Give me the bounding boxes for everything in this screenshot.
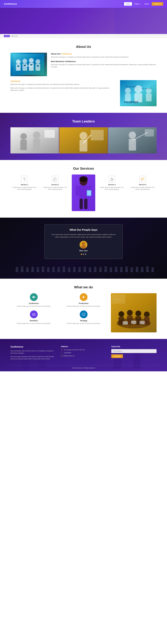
testimonial-dots (50, 254, 117, 255)
nav-gallery[interactable]: Gallery (143, 2, 151, 6)
svg-point-107 (120, 267, 123, 270)
svg-point-27 (33, 132, 40, 139)
wwd-strategy-desc: Elit amet mattis quam, sit amet excepteu… (67, 322, 101, 324)
about-volunteers-image: VOLUNTEER VOLUNTEER VOLUNTEER (120, 80, 157, 106)
svg-point-119 (151, 267, 154, 270)
svg-rect-114 (136, 269, 138, 272)
svg-point-85 (63, 266, 65, 269)
svg-rect-100 (99, 270, 102, 272)
services-section: Our Services Service 1 Congue donec leo … (0, 160, 167, 218)
svg-point-93 (83, 266, 86, 269)
testimonial-screen: What Our People Says Lorem ipsum dolor s… (44, 224, 123, 259)
best-heading: Best Business Conference (51, 60, 157, 62)
subscribe-email-input[interactable] (111, 349, 157, 353)
nav-links: Home Pages ▾ Gallery Contact Us (124, 2, 163, 6)
team-img-3 (108, 127, 157, 154)
team-card-3 (108, 127, 157, 154)
breadcrumb-separator: / (10, 35, 11, 37)
svg-rect-6 (29, 63, 34, 71)
audience-area: /* audience generated below */ (10, 262, 157, 272)
footer-about-text2: Nemo enim ipsam voluptatem quia voluptas… (10, 356, 56, 360)
team-svg (13, 54, 44, 75)
services-left: Service 1 Congue donec leo aget malesuad… (10, 174, 69, 211)
dot-1[interactable] (81, 254, 82, 255)
svg-rect-54 (84, 199, 87, 209)
play-icon (82, 295, 85, 299)
team-title: Team Leaders (10, 119, 157, 124)
subscribe-button[interactable]: Subscribe (111, 354, 123, 358)
svg-rect-13 (37, 65, 39, 66)
about-bottom-text: Conference Nulla auctor elit augue, eu v… (10, 80, 116, 106)
service-2-title: Service 2 (42, 184, 68, 186)
footer-col-subscribe: Subscribe Subscribe (111, 346, 157, 361)
dot-2[interactable] (83, 254, 84, 255)
svg-rect-80 (47, 270, 50, 272)
svg-text:VOLUNTEER: VOLUNTEER (124, 101, 139, 104)
svg-rect-51 (76, 186, 79, 196)
svg-point-75 (36, 267, 39, 270)
svg-rect-76 (36, 270, 39, 272)
thumbsup-icon (53, 177, 57, 181)
svg-marker-121 (32, 296, 34, 298)
testimonial-text: Lorem ipsum dolor sit amet consectetur, … (50, 233, 117, 238)
best-text: Nulla auctor elit augue, eu volutpat ris… (51, 64, 157, 68)
svg-point-17 (125, 88, 131, 94)
service-5-title: Service 5 (130, 184, 155, 186)
svg-rect-56 (87, 190, 91, 195)
footer-copyright: ©2024 Conference. All Rights Reserved. (72, 367, 95, 369)
breadcrumb-home[interactable]: Home (4, 35, 10, 37)
nav-home[interactable]: Home (124, 2, 132, 6)
whatwedo-items: Conference Elit amet mattis quam, sit am… (10, 293, 107, 324)
svg-rect-90 (73, 269, 76, 272)
svg-rect-12 (30, 64, 32, 66)
nav-pages[interactable]: Pages ▾ (133, 2, 142, 6)
svg-rect-143 (140, 321, 145, 324)
svg-rect-18 (125, 94, 131, 101)
dot-3[interactable] (85, 254, 86, 255)
service-5-desc: Congue donec leo aget malesuada. Cras ul… (130, 186, 155, 190)
chevron-down-icon: ▾ (139, 3, 140, 5)
svg-rect-142 (131, 321, 136, 324)
svg-rect-84 (57, 270, 60, 272)
bottom-heading: Conference (10, 80, 116, 82)
service-1-desc: Congue donec leo aget malesuada. Cras ul… (12, 186, 37, 190)
service-1-title: Service 1 (12, 184, 37, 186)
footer-phone-item: 📞 1234567890 (61, 352, 106, 354)
svg-point-105 (115, 267, 117, 269)
svg-point-40 (24, 178, 25, 180)
conference-heading: About Our Conference (51, 53, 157, 55)
whatwedo-grid: Conference Elit amet mattis quam, sit am… (10, 293, 157, 332)
location-icon: 📍 (61, 349, 63, 351)
wwd-conference-desc: Elit amet mattis quam, sit amet excepteu… (17, 305, 51, 307)
services-grid: Service 1 Congue donec leo aget malesuad… (10, 174, 157, 211)
svg-rect-94 (83, 269, 86, 272)
svg-point-113 (136, 267, 138, 269)
wwd-conference-title: Conference (29, 302, 39, 304)
svg-rect-78 (42, 269, 44, 272)
svg-rect-96 (89, 270, 91, 272)
svg-point-81 (52, 267, 55, 269)
nav-contact[interactable]: Contact Us (152, 2, 163, 6)
svg-rect-74 (31, 269, 34, 272)
svg-rect-108 (120, 270, 123, 272)
svg-point-7 (35, 59, 40, 64)
service-4-desc: Congue donec leo aget malesuada. Cras ul… (99, 186, 125, 190)
footer-phone: 1234567890 (64, 352, 71, 354)
svg-rect-72 (26, 270, 29, 272)
svg-text:$$$: $$$ (111, 178, 113, 179)
footer-email-address: Mail@example.com (63, 355, 75, 356)
wwd-seminars-desc: Elit amet mattis quam, sit amet excepteu… (17, 322, 51, 324)
avatar-svg (80, 241, 87, 248)
services-right: $$$ Service 4 Congue donec leo aget male… (98, 174, 157, 211)
svg-point-83 (57, 267, 60, 270)
svg-line-45 (25, 178, 26, 178)
footer-address: The company name 3241, New York. (64, 349, 85, 350)
svg-text:conference: conference (114, 298, 120, 300)
chat-icon (141, 177, 145, 181)
svg-rect-34 (91, 130, 104, 140)
service-4-title: Service 4 (99, 184, 125, 186)
about-section: About Us (0, 38, 167, 113)
svg-point-49 (79, 176, 88, 182)
svg-rect-32 (80, 140, 87, 152)
svg-rect-26 (20, 140, 27, 150)
